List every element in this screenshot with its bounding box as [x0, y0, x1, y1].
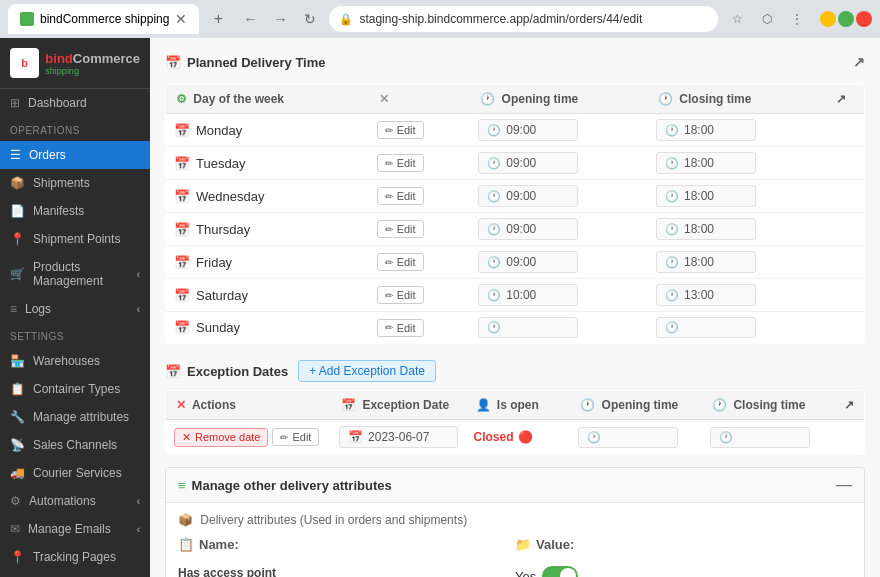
opening-val-saturday: 10:00 [506, 288, 536, 302]
closing-time-thursday: 🕐18:00 [648, 213, 826, 246]
content-inner: 📅 Planned Delivery Time ↗ ⚙ Day of the w… [150, 38, 880, 577]
sidebar-label-products: Products Management [33, 260, 129, 288]
remove-date-button-0[interactable]: ✕ Remove date [174, 428, 268, 447]
minimize-button[interactable] [820, 11, 836, 27]
toggle-yes-switch[interactable] [542, 566, 578, 577]
sidebar-item-sales-channels[interactable]: 📡 Sales Channels [0, 431, 150, 459]
sidebar-item-tracking-pages[interactable]: 📍 Tracking Pages [0, 543, 150, 571]
address-bar[interactable]: 🔒 staging-ship.bindcommerce.app/admin/or… [329, 6, 718, 32]
edit-label-wednesday: Edit [397, 190, 416, 202]
edit-button-wednesday[interactable]: ✏ Edit [377, 187, 424, 205]
closing-clock-thursday: 🕐 [665, 223, 679, 236]
edit-button-sunday[interactable]: ✏ Edit [377, 319, 424, 337]
section-title-text: Planned Delivery Time [187, 55, 326, 70]
sidebar-item-courier-services[interactable]: 🚚 Courier Services [0, 459, 150, 487]
sidebar-item-logs[interactable]: ≡ Logs ‹ [0, 295, 150, 323]
sidebar-section-operations: OPERATIONS [0, 117, 150, 139]
sidebar-item-integrations[interactable]: 🔗 Integrations [0, 571, 150, 577]
day-icon-thursday: 📅 [174, 222, 190, 237]
edit-icon-thursday: ✏ [385, 224, 393, 235]
sidebar-item-manage-emails[interactable]: ✉ Manage Emails ‹ [0, 515, 150, 543]
new-tab-button[interactable]: + [205, 6, 231, 32]
tab-close-icon[interactable]: ✕ [175, 11, 187, 27]
col-actions-ex-header: ✕ Actions [166, 391, 332, 420]
sidebar-label-container: Container Types [33, 382, 120, 396]
shipment-points-icon: 📍 [10, 232, 25, 246]
edit-button-thursday[interactable]: ✏ Edit [377, 220, 424, 238]
edit-label-friday: Edit [397, 256, 416, 268]
sidebar-item-container-types[interactable]: 📋 Container Types [0, 375, 150, 403]
schedule-row-sunday: 📅 Sunday ✏ Edit 🕐 🕐 [166, 312, 865, 344]
col-closing-ex-icon: 🕐 [712, 398, 727, 412]
exception-cal-icon: 📅 [165, 364, 181, 379]
logo-sub: shipping [45, 66, 140, 76]
logo-text-container: bindCommerce shipping [45, 51, 140, 76]
day-label-wednesday: Wednesday [196, 189, 264, 204]
day-cell-wednesday: 📅 Wednesday [166, 180, 369, 213]
closing-val-monday: 18:00 [684, 123, 714, 137]
browser-tab[interactable]: bindCommerce shipping ✕ [8, 4, 199, 34]
sidebar-item-shipments[interactable]: 📦 Shipments [0, 169, 150, 197]
sidebar-label-tracking: Tracking Pages [33, 550, 116, 564]
sidebar-item-manifests[interactable]: 📄 Manifests [0, 197, 150, 225]
sidebar-label-warehouses: Warehouses [33, 354, 100, 368]
edit-label-saturday: Edit [397, 289, 416, 301]
exception-date-icon-0: 📅 [348, 430, 363, 444]
extensions-icon[interactable]: ⬡ [754, 6, 780, 32]
day-edit-monday: ✏ Edit [369, 114, 471, 147]
exception-header: 📅 Exception Dates + Add Exception Date [165, 356, 865, 382]
maximize-button[interactable] [838, 11, 854, 27]
toggle-yes-container: Yes [515, 566, 852, 577]
browser-nav: ← → ↻ [237, 6, 323, 32]
edit-button-saturday[interactable]: ✏ Edit [377, 286, 424, 304]
window-close-button[interactable] [856, 11, 872, 27]
exception-actions-0: ✕ Remove date ✏ Edit [166, 420, 332, 455]
closed-text-0: Closed [474, 430, 514, 444]
logo-bind: bind [45, 51, 72, 66]
opening-clock-thursday: 🕐 [487, 223, 501, 236]
exception-expand-icon[interactable]: ↗ [844, 398, 854, 412]
sidebar-item-manage-attributes[interactable]: 🔧 Manage attributes [0, 403, 150, 431]
col-opening-ex-icon: 🕐 [580, 398, 595, 412]
col-opening-ex-header: 🕐 Opening time [570, 391, 702, 420]
sidebar-item-products-management[interactable]: 🛒 Products Management ‹ [0, 253, 150, 295]
star-icon[interactable]: ☆ [724, 6, 750, 32]
other-section-header[interactable]: ≡ Manage other delivery attributes — [166, 468, 864, 503]
edit-button-monday[interactable]: ✏ Edit [377, 121, 424, 139]
closing-time-monday: 🕐18:00 [648, 114, 826, 147]
sidebar-label-emails: Manage Emails [28, 522, 111, 536]
expand-icon[interactable]: ↗ [853, 54, 865, 70]
col-closing-icon: 🕐 [658, 92, 673, 106]
lock-icon: 🔒 [339, 13, 353, 26]
sidebar-item-automations[interactable]: ⚙ Automations ‹ [0, 487, 150, 515]
closing-clock-monday: 🕐 [665, 124, 679, 137]
sidebar-label-shipments: Shipments [33, 176, 90, 190]
attr-name-icon: 📋 [178, 537, 194, 552]
sales-icon: 📡 [10, 438, 25, 452]
other-section-icon: ≡ [178, 478, 186, 493]
sidebar-item-shipment-points[interactable]: 📍 Shipment Points [0, 225, 150, 253]
sidebar-item-dashboard[interactable]: ⊞ Dashboard [0, 89, 150, 117]
col-exception-date-header: 📅 Exception Date [331, 391, 465, 420]
sidebar-item-orders[interactable]: ☰ Orders [0, 141, 150, 169]
url-text: staging-ship.bindcommerce.app/admin/orde… [359, 12, 642, 26]
edit-button-friday[interactable]: ✏ Edit [377, 253, 424, 271]
table-expand-icon[interactable]: ↗ [836, 92, 846, 106]
edit-button-tuesday[interactable]: ✏ Edit [377, 154, 424, 172]
add-exception-button[interactable]: + Add Exception Date [298, 360, 436, 382]
refresh-button[interactable]: ↻ [297, 6, 323, 32]
sidebar-item-warehouses[interactable]: 🏪 Warehouses [0, 347, 150, 375]
warehouses-icon: 🏪 [10, 354, 25, 368]
window-controls [820, 11, 872, 27]
opening-time-wednesday: 🕐09:00 [470, 180, 648, 213]
sidebar-label-manifests: Manifests [33, 204, 84, 218]
opening-time-sunday: 🕐 [470, 312, 648, 344]
manifests-icon: 📄 [10, 204, 25, 218]
collapse-icon[interactable]: — [836, 476, 852, 494]
sidebar-label-dashboard: Dashboard [28, 96, 87, 110]
back-button[interactable]: ← [237, 6, 263, 32]
day-label-friday: Friday [196, 255, 232, 270]
forward-button[interactable]: → [267, 6, 293, 32]
exception-edit-button-0[interactable]: ✏ Edit [272, 428, 319, 446]
menu-icon[interactable]: ⋮ [784, 6, 810, 32]
